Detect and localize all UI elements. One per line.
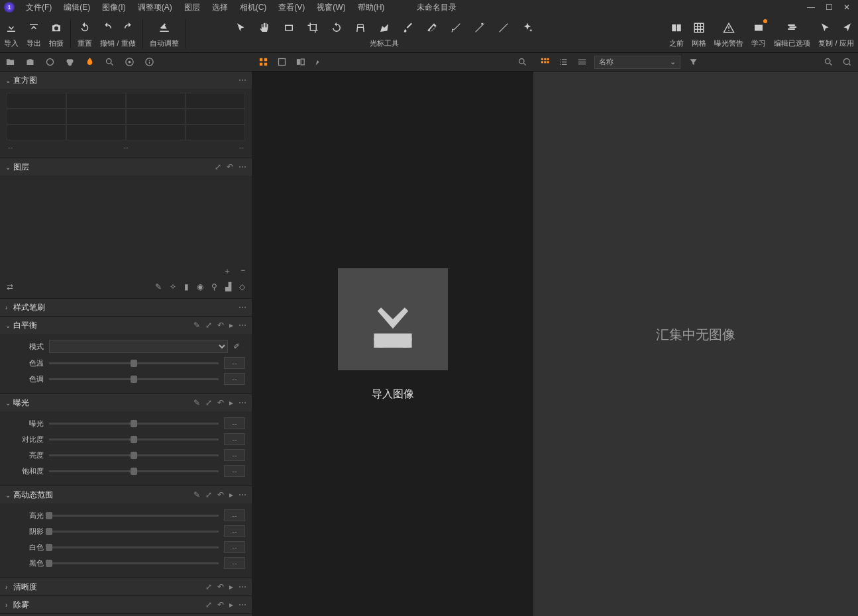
remove-layer-icon[interactable]: −	[241, 266, 245, 277]
export-icon[interactable]	[27, 21, 41, 35]
panel-menu-icon[interactable]: ⋯	[239, 303, 246, 312]
library-tab-icon[interactable]	[4, 56, 16, 68]
temp-slider[interactable]	[49, 362, 219, 364]
panel-menu-icon[interactable]: ⋯	[239, 600, 246, 609]
temp-value[interactable]: --	[224, 357, 245, 369]
white-slider[interactable]	[49, 546, 219, 548]
import-dropzone[interactable]	[338, 268, 448, 370]
filmstrip-icon[interactable]	[576, 56, 588, 68]
panel-menu-icon[interactable]: ⋯	[239, 490, 246, 499]
copy-icon[interactable]: ▸	[229, 490, 233, 499]
maximize-button[interactable]: ☐	[826, 3, 833, 12]
exposure-warning-icon[interactable]	[722, 21, 736, 35]
auto-adjust-icon[interactable]	[157, 21, 172, 35]
expand-icon[interactable]: ⤢	[205, 398, 212, 407]
expand-icon[interactable]: ⤢	[215, 162, 221, 172]
exp-slider[interactable]	[49, 423, 219, 425]
gradient-tool-icon[interactable]	[447, 21, 464, 35]
layers-header[interactable]: ⌄ 图层 ⤢↶⋯	[0, 158, 252, 176]
pointer-tool-icon[interactable]	[233, 21, 250, 35]
copy-icon[interactable]: ▸	[229, 321, 233, 330]
eraser-tool-icon[interactable]	[423, 21, 441, 35]
brush-icon[interactable]: ✎	[155, 282, 162, 291]
details-tab-icon[interactable]	[103, 56, 115, 68]
menu-file[interactable]: 文件(F)	[20, 2, 58, 13]
metadata-tab-icon[interactable]	[123, 56, 135, 68]
split-view-icon[interactable]	[294, 56, 306, 68]
highlight-slider[interactable]	[49, 515, 219, 517]
reset-icon[interactable]: ↶	[217, 582, 224, 591]
contrast-slider[interactable]	[49, 438, 219, 440]
info-tab-icon[interactable]	[143, 56, 155, 68]
menu-image[interactable]: 图像(I)	[96, 2, 131, 13]
expand-icon[interactable]: ⤢	[205, 490, 212, 499]
edit-options-icon[interactable]	[785, 21, 800, 35]
lens-tab-icon[interactable]	[44, 56, 56, 68]
add-layer-icon[interactable]: ＋	[223, 266, 231, 277]
exposure-header[interactable]: ⌄ 曝光 ✎⤢↶▸⋯	[0, 394, 252, 411]
stylebrush-header[interactable]: › 样式笔刷 ⋯	[0, 299, 252, 316]
tint-value[interactable]: --	[224, 373, 245, 385]
panel-menu-icon[interactable]: ⋯	[239, 582, 246, 591]
reset-icon[interactable]: ↶	[227, 162, 233, 172]
shadow-slider[interactable]	[49, 531, 219, 533]
sort-dropdown[interactable]: 名称⌄	[594, 56, 680, 69]
list-view-icon[interactable]	[557, 56, 569, 68]
menu-camera[interactable]: 相机(C)	[234, 2, 273, 13]
menu-view[interactable]: 查看(V)	[272, 2, 311, 13]
menu-edit[interactable]: 编辑(E)	[58, 2, 96, 13]
black-slider[interactable]	[49, 562, 219, 564]
grid-icon[interactable]	[692, 21, 706, 35]
magic-tool-icon[interactable]	[519, 21, 536, 35]
sat-slider[interactable]	[49, 470, 219, 472]
search-icon[interactable]	[822, 56, 834, 68]
hdr-header[interactable]: ⌄ 高动态范围 ✎⤢↶▸⋯	[0, 486, 252, 503]
tint-slider[interactable]	[49, 378, 219, 380]
gradient-icon[interactable]: ▮	[184, 282, 189, 291]
erase-icon[interactable]: ◇	[239, 282, 245, 291]
capture-tab-icon[interactable]	[24, 56, 36, 68]
stamp-icon[interactable]: ▟	[225, 282, 231, 291]
bright-slider[interactable]	[49, 454, 219, 456]
panel-menu-icon[interactable]: ⋯	[239, 398, 246, 407]
radial-icon[interactable]: ◉	[197, 282, 203, 291]
thumb-grid-icon[interactable]	[539, 56, 551, 68]
reset-icon[interactable]	[78, 21, 92, 35]
menu-window[interactable]: 视窗(W)	[311, 2, 351, 13]
menu-select[interactable]: 选择	[206, 2, 234, 13]
black-value[interactable]: --	[224, 557, 245, 569]
copy-icon[interactable]: ▸	[229, 398, 233, 407]
picker-icon[interactable]: ✎	[193, 490, 200, 499]
copy-icon[interactable]: ▸	[229, 600, 233, 609]
magic-brush-icon[interactable]: ✧	[170, 282, 176, 291]
single-view-icon[interactable]	[276, 56, 288, 68]
eyedropper-icon[interactable]: ✐	[233, 342, 245, 351]
adjust-tab-icon[interactable]	[83, 56, 95, 68]
wb-header[interactable]: ⌄ 白平衡 ✎⤢↶▸⋯	[0, 317, 252, 334]
capture-icon[interactable]	[49, 21, 64, 35]
rotate-tool-icon[interactable]	[328, 21, 345, 35]
panel-menu-icon[interactable]: ⋯	[239, 76, 246, 85]
picker-icon[interactable]: ✎	[193, 398, 200, 407]
grid-view-icon[interactable]	[257, 56, 269, 68]
menu-layer[interactable]: 图层	[178, 2, 206, 13]
dehaze-header[interactable]: › 除雾 ⤢↶▸⋯	[0, 596, 252, 613]
menu-help[interactable]: 帮助(H)	[352, 2, 391, 13]
white-value[interactable]: --	[224, 541, 245, 553]
annotate-icon[interactable]	[313, 56, 325, 68]
copy-icon[interactable]: ▸	[229, 582, 233, 591]
panel-menu-icon[interactable]: ⋯	[239, 162, 246, 172]
menu-adjust[interactable]: 调整项(A)	[132, 2, 178, 13]
reset-icon[interactable]: ↶	[217, 600, 224, 609]
exp-value[interactable]: --	[224, 417, 245, 429]
color-tab-icon[interactable]	[64, 56, 76, 68]
wb-mode-select[interactable]	[49, 340, 228, 353]
radial-tool-icon[interactable]	[471, 21, 488, 35]
reset-icon[interactable]: ↶	[217, 398, 224, 407]
crop-tool-icon[interactable]	[304, 21, 321, 35]
undo-icon[interactable]	[100, 21, 115, 35]
expand-icon[interactable]: ⤢	[205, 582, 212, 591]
before-after-icon[interactable]	[669, 21, 684, 35]
swap-icon[interactable]: ⇄	[7, 282, 13, 291]
shadow-value[interactable]: --	[224, 525, 245, 537]
